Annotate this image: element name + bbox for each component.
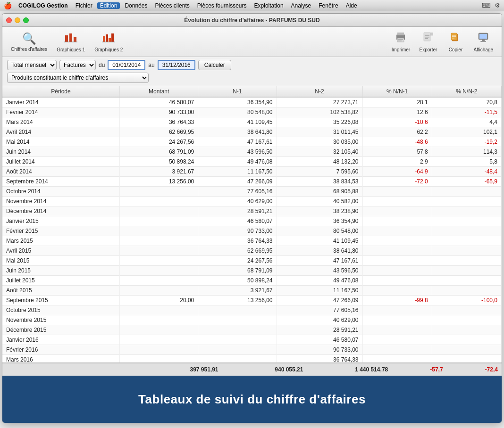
- table-cell: [362, 216, 432, 226]
- graphiques2-button[interactable]: Graphiques 2: [91, 30, 126, 54]
- table-cell: Mars 2015: [2, 236, 120, 246]
- table-cell: -100,0: [432, 296, 501, 305]
- table-cell: 46 580,07: [277, 335, 362, 345]
- totals-pct-n2: -72,4: [447, 366, 502, 373]
- table-cell: 4,4: [432, 117, 501, 127]
- menu-exploitation[interactable]: Exploitation: [252, 2, 286, 9]
- table-cell: [120, 325, 198, 335]
- svg-rect-16: [430, 33, 433, 35]
- table-cell: [362, 206, 432, 216]
- table-cell: 38 641,80: [277, 246, 362, 256]
- chiffres-affaires-button[interactable]: 🔍 Chiffres d'affaires: [7, 30, 51, 54]
- menu-aide[interactable]: Aide: [343, 2, 360, 9]
- table-cell: Janvier 2016: [2, 335, 120, 345]
- totals-n1: 940 055,21: [222, 366, 307, 373]
- graphiques1-button[interactable]: Graphiques 1: [53, 30, 89, 54]
- table-cell: 50 898,24: [120, 157, 198, 167]
- imprimer-button[interactable]: Imprimer: [387, 30, 414, 54]
- table-cell: [432, 286, 501, 296]
- table-cell: 31 011,45: [277, 127, 362, 137]
- calculer-button[interactable]: Calculer: [198, 60, 231, 70]
- table-row: Mars 201536 764,3341 109,45: [2, 236, 502, 246]
- menu-edition[interactable]: Édition: [97, 2, 120, 9]
- table-cell: Mai 2014: [2, 137, 120, 147]
- table-row: Décembre 201528 591,21: [2, 325, 502, 335]
- table-cell: -48,4: [432, 167, 501, 177]
- table-cell: Juin 2014: [2, 147, 120, 157]
- table-cell: 48 132,20: [277, 157, 362, 167]
- table-cell: 68 905,88: [277, 187, 362, 197]
- bar-chart2-icon: [102, 32, 115, 46]
- table-cell: 46 580,07: [198, 216, 277, 226]
- chiffres-affaires-label: Chiffres d'affaires: [11, 47, 47, 52]
- close-button[interactable]: [6, 17, 12, 23]
- table-cell: [198, 335, 277, 345]
- svg-rect-10: [397, 33, 404, 35]
- svg-rect-17: [425, 35, 429, 36]
- table-cell: 28,1: [362, 97, 432, 107]
- date-to-input[interactable]: [158, 60, 195, 70]
- table-cell: -11,5: [432, 107, 501, 117]
- table-cell: 28 591,21: [198, 206, 277, 216]
- period-select[interactable]: Total mensuel: [7, 60, 57, 70]
- gear-icon[interactable]: ⚙: [495, 2, 500, 9]
- type-select[interactable]: Factures: [59, 60, 96, 70]
- controls-bar: Total mensuel Factures du au Calculer Pr…: [2, 57, 502, 86]
- menu-pieces-fournisseurs[interactable]: Pièces fournisseurs: [194, 2, 250, 9]
- table-cell: 38 641,80: [198, 127, 277, 137]
- table-cell: 13 256,00: [198, 296, 277, 305]
- table-cell: 47 266,09: [198, 177, 277, 187]
- table-cell: [432, 197, 501, 206]
- exporter-button[interactable]: Exporter: [415, 30, 441, 54]
- table-row: Octobre 201577 605,16: [2, 305, 502, 315]
- table-cell: -65,9: [432, 177, 501, 187]
- main-window: Évolution du chiffre d'affaires - PARFUM…: [2, 13, 502, 423]
- table-cell: 102,1: [432, 127, 501, 137]
- affichage-button[interactable]: Affichage: [470, 30, 497, 54]
- table-cell: Mai 2015: [2, 256, 120, 266]
- graphiques2-label: Graphiques 2: [94, 47, 123, 52]
- table-cell: [362, 335, 432, 345]
- table-cell: Avril 2015: [2, 246, 120, 256]
- export-icon: [422, 32, 434, 46]
- table-cell: 90 733,00: [120, 107, 198, 117]
- table-cell: [120, 206, 198, 216]
- table-cell: 43 596,50: [277, 266, 362, 276]
- table-cell: Juin 2015: [2, 266, 120, 276]
- menu-analyse[interactable]: Analyse: [288, 2, 314, 9]
- menu-fichier[interactable]: Fichier: [73, 2, 95, 9]
- copier-button[interactable]: Copier: [442, 30, 469, 54]
- au-label: au: [148, 62, 154, 68]
- affichage-label: Affichage: [473, 47, 493, 52]
- table-cell: 32 105,40: [277, 147, 362, 157]
- minimize-button[interactable]: [15, 17, 20, 23]
- table-cell: [432, 325, 501, 335]
- table-cell: Janvier 2014: [2, 97, 120, 107]
- menu-fenetre[interactable]: Fenêtre: [316, 2, 341, 9]
- footer-banner: Tableaux de suivi du chiffre d'affaires: [2, 376, 502, 423]
- table-cell: 46 580,07: [120, 97, 198, 107]
- date-from-input[interactable]: [108, 60, 145, 70]
- table-cell: 20,00: [120, 296, 198, 305]
- data-table: Période Montant N-1 N-2 % N/N-1 % N/N-2 …: [2, 86, 502, 403]
- apple-menu[interactable]: 🍎: [4, 2, 12, 9]
- table-row: Avril 201462 669,9538 641,8031 011,4562,…: [2, 127, 502, 137]
- table-cell: Février 2014: [2, 107, 120, 117]
- table-cell: [432, 305, 501, 315]
- table-cell: [362, 345, 432, 355]
- table-cell: Octobre 2014: [2, 187, 120, 197]
- menu-pieces-clients[interactable]: Pièces clients: [152, 2, 192, 9]
- maximize-button[interactable]: [23, 17, 29, 23]
- table-cell: [362, 276, 432, 286]
- table-cell: [432, 187, 501, 197]
- table-cell: 41 109,45: [277, 236, 362, 246]
- table-cell: [120, 187, 198, 197]
- table-cell: 38 238,90: [277, 206, 362, 216]
- table-cell: [120, 226, 198, 236]
- table-cell: 12,6: [362, 107, 432, 117]
- products-select[interactable]: Produits constituant le chiffre d'affair…: [7, 73, 149, 83]
- app-name[interactable]: COGILOG Gestion: [16, 2, 71, 9]
- table-cell: -64,9: [362, 167, 432, 177]
- menu-donnees[interactable]: Données: [122, 2, 150, 9]
- menubar: 🍎 COGILOG Gestion Fichier Édition Donnée…: [0, 0, 504, 11]
